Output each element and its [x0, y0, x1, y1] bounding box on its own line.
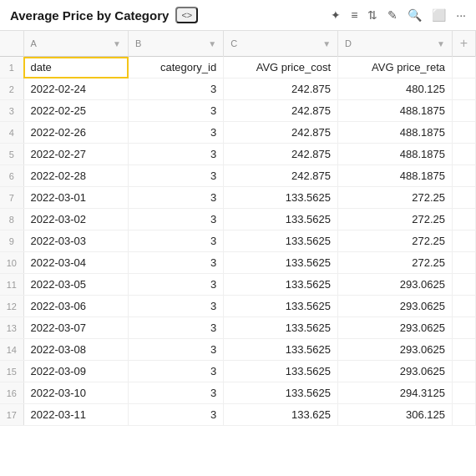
- cell-avg-cost[interactable]: 242.875: [224, 100, 338, 122]
- filter-icon[interactable]: ≡: [351, 8, 357, 22]
- view-icon[interactable]: ⬜: [432, 8, 446, 22]
- code-button[interactable]: <>: [175, 7, 198, 23]
- cell-date[interactable]: 2022-03-06: [23, 296, 129, 317]
- sort-a-icon[interactable]: ▼: [113, 39, 121, 48]
- cell-avg-cost[interactable]: 133.5625: [224, 230, 338, 252]
- cell-date[interactable]: 2022-03-05: [23, 274, 129, 296]
- cell-avg-cost[interactable]: 133.625: [224, 404, 338, 426]
- table-row[interactable]: 92022-03-033133.5625272.25: [0, 230, 476, 252]
- cell-date[interactable]: 2022-02-25: [23, 100, 129, 122]
- cell-avg-cost[interactable]: 133.5625: [224, 382, 338, 404]
- cell-avg-cost[interactable]: 242.875: [224, 122, 338, 144]
- cell-category-id[interactable]: 3: [129, 274, 224, 296]
- cell-avg-retail[interactable]: 294.3125: [338, 382, 453, 404]
- cell-date[interactable]: 2022-03-03: [23, 230, 129, 252]
- cell-date[interactable]: 2022-03-10: [23, 382, 129, 404]
- cell-avg-retail[interactable]: 488.1875: [338, 165, 453, 187]
- table-row[interactable]: 112022-03-053133.5625293.0625: [0, 274, 476, 296]
- cell-avg-retail[interactable]: 488.1875: [338, 144, 453, 165]
- auto-fix-icon[interactable]: ✦: [331, 8, 341, 22]
- table-row[interactable]: 52022-02-273242.875488.1875: [0, 144, 476, 165]
- sort-b-icon[interactable]: ▼: [208, 39, 216, 48]
- cell-avg-retail[interactable]: 293.0625: [338, 317, 453, 339]
- col-header-c[interactable]: C ▼: [224, 31, 338, 57]
- cell-category-id[interactable]: 3: [129, 100, 224, 122]
- table-row[interactable]: 32022-02-253242.875488.1875: [0, 100, 476, 122]
- cell-avg-cost[interactable]: 133.5625: [224, 252, 338, 274]
- cell-avgretail-header[interactable]: AVG price_reta: [338, 57, 453, 78]
- cell-avg-retail[interactable]: 272.25: [338, 209, 453, 230]
- col-header-a[interactable]: A ▼: [23, 31, 129, 57]
- col-header-d[interactable]: D ▼: [338, 31, 453, 57]
- cell-avg-retail[interactable]: 272.25: [338, 230, 453, 252]
- more-icon[interactable]: ···: [456, 8, 466, 22]
- sort-icon[interactable]: ⇅: [367, 8, 377, 22]
- cell-avg-cost[interactable]: 133.5625: [224, 296, 338, 317]
- cell-category-id[interactable]: 3: [129, 252, 224, 274]
- cell-avg-retail[interactable]: 293.0625: [338, 361, 453, 382]
- cell-avg-retail[interactable]: 293.0625: [338, 296, 453, 317]
- cell-avg-retail[interactable]: 293.0625: [338, 274, 453, 296]
- cell-avg-cost[interactable]: 133.5625: [224, 339, 338, 361]
- cell-category-id[interactable]: 3: [129, 122, 224, 144]
- edit-icon[interactable]: ✎: [387, 8, 398, 22]
- cell-category-id[interactable]: 3: [129, 339, 224, 361]
- col-header-b[interactable]: B ▼: [129, 31, 224, 57]
- cell-date[interactable]: 2022-02-28: [23, 165, 129, 187]
- cell-category-id[interactable]: 3: [129, 230, 224, 252]
- cell-category-id[interactable]: 3: [129, 317, 224, 339]
- table-row[interactable]: 82022-03-023133.5625272.25: [0, 209, 476, 230]
- cell-avg-cost[interactable]: 133.5625: [224, 317, 338, 339]
- table-row[interactable]: 162022-03-103133.5625294.3125: [0, 382, 476, 404]
- cell-date[interactable]: 2022-03-08: [23, 339, 129, 361]
- cell-avg-cost[interactable]: 242.875: [224, 78, 338, 100]
- table-row[interactable]: 22022-02-243242.875480.125: [0, 78, 476, 100]
- cell-category-id[interactable]: 3: [129, 404, 224, 426]
- cell-category-id[interactable]: 3: [129, 165, 224, 187]
- cell-avg-retail[interactable]: 293.0625: [338, 339, 453, 361]
- cell-avg-retail[interactable]: 272.25: [338, 187, 453, 209]
- cell-avg-retail[interactable]: 272.25: [338, 252, 453, 274]
- cell-category-id[interactable]: 3: [129, 382, 224, 404]
- cell-avg-cost[interactable]: 242.875: [224, 165, 338, 187]
- sort-d-icon[interactable]: ▼: [437, 39, 445, 48]
- table-row[interactable]: 62022-02-283242.875488.1875: [0, 165, 476, 187]
- cell-avg-cost[interactable]: 133.5625: [224, 361, 338, 382]
- cell-date[interactable]: 2022-02-27: [23, 144, 129, 165]
- cell-category-id[interactable]: 3: [129, 78, 224, 100]
- cell-date[interactable]: 2022-03-02: [23, 209, 129, 230]
- cell-date[interactable]: 2022-03-04: [23, 252, 129, 274]
- search-icon[interactable]: 🔍: [408, 8, 422, 22]
- table-row[interactable]: 172022-03-113133.625306.125: [0, 404, 476, 426]
- table-row[interactable]: 72022-03-013133.5625272.25: [0, 187, 476, 209]
- cell-avg-cost[interactable]: 242.875: [224, 144, 338, 165]
- table-row[interactable]: 122022-03-063133.5625293.0625: [0, 296, 476, 317]
- cell-avgcost-header[interactable]: AVG price_cost: [224, 57, 338, 78]
- cell-avg-retail[interactable]: 306.125: [338, 404, 453, 426]
- cell-avg-cost[interactable]: 133.5625: [224, 274, 338, 296]
- cell-date-header[interactable]: date: [23, 57, 129, 78]
- cell-avg-retail[interactable]: 488.1875: [338, 122, 453, 144]
- table-row[interactable]: 42022-02-263242.875488.1875: [0, 122, 476, 144]
- cell-date[interactable]: 2022-02-24: [23, 78, 129, 100]
- table-row[interactable]: 1datecategory_idAVG price_costAVG price_…: [0, 57, 476, 78]
- cell-category-id[interactable]: 3: [129, 144, 224, 165]
- cell-category-id[interactable]: 3: [129, 187, 224, 209]
- cell-category-id[interactable]: 3: [129, 361, 224, 382]
- cell-category-id[interactable]: 3: [129, 296, 224, 317]
- add-column-button[interactable]: +: [453, 31, 476, 57]
- cell-category-id[interactable]: 3: [129, 209, 224, 230]
- cell-date[interactable]: 2022-02-26: [23, 122, 129, 144]
- table-row[interactable]: 102022-03-043133.5625272.25: [0, 252, 476, 274]
- table-row[interactable]: 152022-03-093133.5625293.0625: [0, 361, 476, 382]
- cell-date[interactable]: 2022-03-11: [23, 404, 129, 426]
- cell-avg-cost[interactable]: 133.5625: [224, 209, 338, 230]
- table-row[interactable]: 142022-03-083133.5625293.0625: [0, 339, 476, 361]
- cell-avg-retail[interactable]: 480.125: [338, 78, 453, 100]
- cell-date[interactable]: 2022-03-09: [23, 361, 129, 382]
- cell-date[interactable]: 2022-03-01: [23, 187, 129, 209]
- cell-categoryid-header[interactable]: category_id: [129, 57, 224, 78]
- cell-date[interactable]: 2022-03-07: [23, 317, 129, 339]
- cell-avg-retail[interactable]: 488.1875: [338, 100, 453, 122]
- sort-c-icon[interactable]: ▼: [322, 39, 331, 48]
